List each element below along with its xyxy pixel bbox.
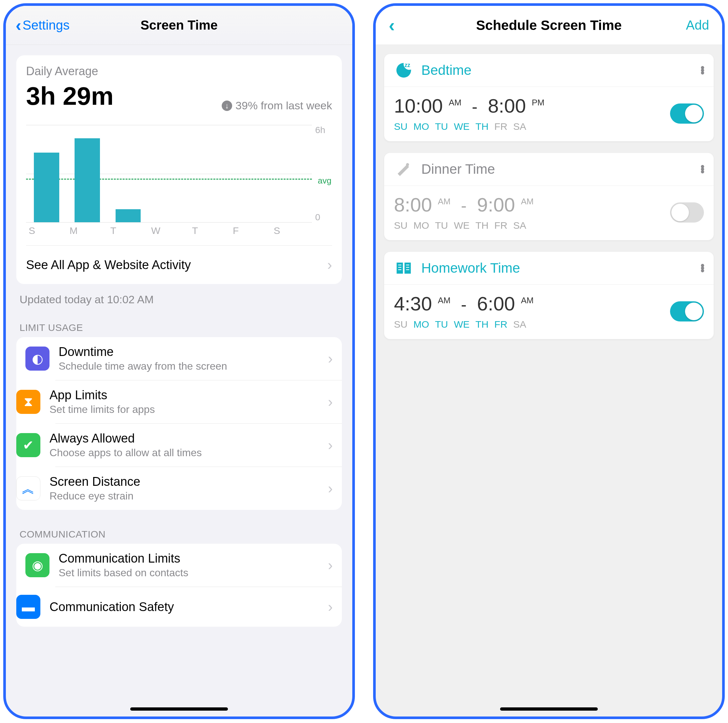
row-subtitle: Schedule time away from the screen: [59, 360, 319, 372]
row-app-limits[interactable]: ⧗App LimitsSet time limits for apps›: [55, 380, 342, 423]
communication-list: ◉Communication LimitsSet limits based on…: [16, 544, 342, 627]
home-indicator[interactable]: [130, 708, 228, 711]
usage-summary-card: Daily Average 3h 29m ↓ 39% from last wee…: [16, 55, 342, 284]
chevron-right-icon: ›: [328, 437, 333, 453]
row-downtime[interactable]: ◐DowntimeSchedule time away from the scr…: [16, 337, 342, 380]
days-row[interactable]: SUMOTUWETHFRSA: [394, 220, 664, 231]
section-header-limit-usage: LIMIT USAGE: [16, 315, 342, 337]
chevrons-up-icon: ︽: [16, 476, 40, 500]
enable-toggle[interactable]: [670, 104, 704, 124]
arrow-down-circle-icon: ↓: [222, 101, 232, 111]
more-options-button[interactable]: •••: [700, 264, 704, 272]
schedule-title: Homework Time: [421, 260, 520, 276]
row-communication-limits[interactable]: ◉Communication LimitsSet limits based on…: [16, 544, 342, 587]
section-header-communication: COMMUNICATION: [16, 522, 342, 544]
back-button[interactable]: ‹: [389, 15, 395, 36]
row-always-allowed[interactable]: ✔Always AllowedChoose apps to allow at a…: [55, 423, 342, 467]
phone-screen-time: ‹ Settings Screen Time Daily Average 3h …: [3, 3, 355, 719]
y-axis: 6h 0: [312, 125, 332, 223]
book-icon: [394, 258, 413, 278]
schedule-title: Dinner Time: [421, 162, 495, 177]
add-button[interactable]: Add: [686, 18, 709, 32]
home-indicator[interactable]: [500, 708, 598, 711]
chevron-right-icon: ›: [328, 480, 333, 497]
hourglass-icon: ⧗: [16, 390, 40, 414]
chart-bar: [34, 153, 59, 222]
row-title: Communication Safety: [49, 600, 319, 614]
limit-usage-list: ◐DowntimeSchedule time away from the scr…: [16, 337, 342, 510]
time-range[interactable]: 4:30AM-6:00AM: [394, 293, 664, 315]
phone-schedule: ‹ Schedule Screen Time Add zzBedtime•••1…: [373, 3, 725, 719]
days-row[interactable]: SUMOTUWETHFRSA: [394, 121, 664, 132]
back-label: Settings: [23, 18, 70, 32]
time-range[interactable]: 8:00AM-9:00AM: [394, 194, 664, 216]
row-title: Downtime: [59, 345, 319, 359]
row-subtitle: Reduce eye strain: [49, 490, 319, 502]
back-button[interactable]: ‹ Settings: [15, 15, 70, 35]
svg-text:zz: zz: [405, 62, 411, 68]
checkmark-shield-icon: ✔: [16, 433, 40, 457]
updated-timestamp: Updated today at 10:02 AM: [16, 284, 342, 315]
bell-icon: [394, 159, 413, 179]
row-screen-distance[interactable]: ︽Screen DistanceReduce eye strain›: [55, 467, 342, 510]
chevron-right-icon: ›: [328, 599, 333, 615]
page-title: Schedule Screen Time: [376, 18, 722, 33]
schedule-title: Bedtime: [421, 63, 471, 78]
change-text: 39% from last week: [236, 99, 332, 112]
nav-bar: ‹ Settings Screen Time: [6, 6, 352, 45]
chevron-right-icon: ›: [327, 257, 332, 273]
shield-icon: ▬: [16, 595, 40, 619]
moon-zzz-icon: zz: [394, 61, 413, 80]
enable-toggle[interactable]: [670, 301, 704, 322]
chart-bar: [75, 138, 100, 222]
see-all-activity-row[interactable]: See All App & Website Activity ›: [26, 246, 332, 284]
days-row[interactable]: SUMOTUWETHFRSA: [394, 319, 664, 330]
chart-bar: [116, 209, 141, 222]
row-title: App Limits: [49, 388, 319, 402]
moon-clock-icon: ◐: [25, 346, 49, 371]
enable-toggle[interactable]: [670, 202, 704, 223]
chevron-right-icon: ›: [328, 351, 333, 367]
see-all-label: See All App & Website Activity: [26, 258, 191, 272]
x-axis: SMTWTFS: [26, 225, 312, 236]
chevron-right-icon: ›: [328, 557, 333, 574]
svg-point-1: [406, 163, 409, 166]
schedule-list: zzBedtime•••10:00AM-8:00PMSUMOTUWETHFRSA…: [376, 45, 722, 348]
chevron-right-icon: ›: [328, 394, 333, 410]
more-options-button[interactable]: •••: [700, 165, 704, 173]
person-circle-icon: ◉: [25, 553, 49, 577]
schedule-bedtime: zzBedtime•••10:00AM-8:00PMSUMOTUWETHFRSA: [384, 54, 714, 141]
schedule-dinner-time: Dinner Time•••8:00AM-9:00AMSUMOTUWETHFRS…: [384, 153, 714, 240]
row-communication-safety[interactable]: ▬Communication Safety›: [55, 587, 342, 627]
row-subtitle: Set time limits for apps: [49, 403, 319, 415]
avg-label: avg: [318, 176, 332, 186]
more-options-button[interactable]: •••: [700, 66, 704, 74]
row-subtitle: Set limits based on contacts: [59, 567, 319, 579]
row-title: Screen Distance: [49, 475, 319, 489]
chevron-left-icon: ‹: [15, 15, 21, 35]
row-title: Always Allowed: [49, 432, 319, 445]
time-range[interactable]: 10:00AM-8:00PM: [394, 95, 664, 117]
row-title: Communication Limits: [59, 552, 319, 566]
schedule-homework-time: Homework Time•••4:30AM-6:00AMSUMOTUWETHF…: [384, 252, 714, 339]
usage-chart[interactable]: avg 6h 0: [26, 125, 332, 223]
summary-subtitle: Daily Average: [26, 64, 332, 78]
nav-bar: ‹ Schedule Screen Time Add: [376, 6, 722, 45]
row-subtitle: Choose apps to allow at all times: [49, 447, 319, 459]
